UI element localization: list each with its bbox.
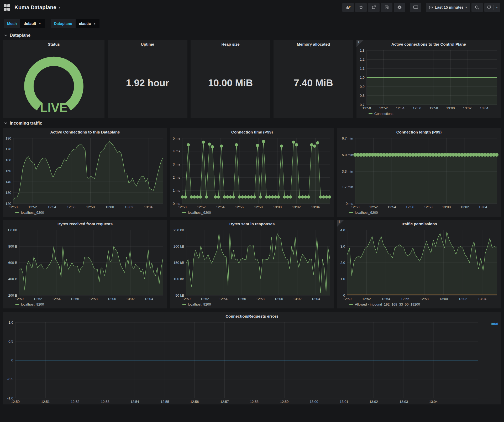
panel-title[interactable]: Connection/Requests errors: [3, 312, 501, 320]
panel-title[interactable]: Connection length (P99): [337, 128, 501, 136]
info-corner-icon[interactable]: i: [356, 40, 364, 47]
settings-button[interactable]: [394, 3, 405, 12]
svg-text:13:02: 13:02: [126, 297, 135, 301]
panel-title[interactable]: Active connections to the Control Plane: [356, 40, 501, 48]
svg-text:12:56: 12:56: [238, 297, 246, 301]
svg-text:13:00: 13:00: [108, 297, 116, 301]
svg-text:1.3: 1.3: [360, 49, 365, 52]
panel-cp-connections: i Active connections to the Control Plan…: [356, 40, 501, 118]
panel-connection-time: Connection time (P99) 5 ms4 ms3 ms2 ms1 …: [170, 128, 334, 217]
panel-title[interactable]: Uptime: [108, 40, 187, 48]
cp-connections-chart[interactable]: 1.31.21.11.00.90.80.712:5012:5212:5412:5…: [356, 48, 501, 111]
svg-text:12:52: 12:52: [201, 297, 209, 301]
svg-text:12:55: 12:55: [161, 400, 169, 404]
svg-text:12:56: 12:56: [190, 400, 199, 404]
row-header-incoming-traffic[interactable]: Incoming traffic: [0, 118, 504, 128]
bytes-sent-chart[interactable]: 250 kB200 kB150 kB100 kB50 kB12:5012:521…: [170, 228, 334, 302]
svg-text:1.0: 1.0: [8, 320, 13, 324]
dashboard-title[interactable]: Kuma Dataplane: [14, 4, 56, 10]
svg-text:13:00: 13:00: [275, 297, 283, 301]
title-caret-icon[interactable]: ▾: [59, 6, 61, 9]
bytes-received-chart[interactable]: 1.0 kB800 B600 B400 B200 B12:5012:5212:5…: [3, 228, 167, 302]
panel-title[interactable]: Traffic permissions: [337, 220, 501, 228]
svg-text:12:52: 12:52: [28, 205, 37, 209]
svg-text:12:56: 12:56: [401, 297, 410, 301]
uptime-value: 1.92 hour: [126, 78, 169, 89]
svg-text:12:54: 12:54: [216, 205, 225, 209]
save-button[interactable]: [381, 3, 392, 12]
legend-item[interactable]: localhost_9200: [15, 302, 44, 306]
svg-text:0.5: 0.5: [8, 339, 13, 343]
active-connections-chart[interactable]: 18017016015014013012012:5012:5212:5412:5…: [3, 136, 167, 210]
legend-item[interactable]: Allowed - inbound_192_168_33_50_19200: [349, 302, 420, 306]
star-button[interactable]: [355, 3, 367, 12]
svg-text:12:56: 12:56: [67, 205, 76, 209]
svg-text:12:58: 12:58: [89, 297, 98, 301]
legend-item[interactable]: localhost_9200: [349, 211, 378, 215]
refresh-button[interactable]: ▾: [484, 3, 500, 12]
panel-title[interactable]: Bytes received from requests: [3, 220, 167, 228]
connection-errors-chart[interactable]: 1.00.50-0.5-1.012:5012:5112:5212:5312:54…: [3, 320, 501, 404]
svg-text:13:03: 13:03: [400, 400, 408, 404]
panel-title[interactable]: Heap size: [191, 40, 270, 48]
panel-title[interactable]: Active Connections to this Dataplane: [3, 128, 167, 136]
svg-text:12:54: 12:54: [387, 205, 396, 209]
svg-text:12:50: 12:50: [182, 297, 191, 301]
legend-item[interactable]: localhost_9200: [15, 211, 44, 215]
svg-text:12:58: 12:58: [254, 205, 263, 209]
svg-text:12:58: 12:58: [420, 297, 429, 301]
svg-text:180: 180: [6, 136, 11, 140]
panel-heap-size: Heap size 10.00 MiB: [191, 40, 270, 118]
connection-time-chart[interactable]: 5 ms4 ms3 ms2 ms1 ms0 ms12:5012:5212:541…: [170, 136, 334, 210]
svg-text:13:04: 13:04: [480, 106, 489, 110]
svg-text:12:52: 12:52: [369, 205, 378, 209]
caret-down-icon: ▼: [93, 22, 96, 25]
dataplane-select[interactable]: elastic▼: [76, 19, 99, 28]
connection-length-chart[interactable]: 6.7 min5.0 min3.3 min1.7 min0 ms12:5012:…: [337, 136, 501, 210]
monitor-icon: [413, 5, 418, 9]
apps-grid-icon[interactable]: [4, 4, 10, 11]
refresh-icon: [487, 5, 491, 9]
panel-title[interactable]: Memory allocated: [274, 40, 353, 48]
info-corner-icon[interactable]: i: [337, 220, 344, 227]
svg-text:13:04: 13:04: [478, 297, 487, 301]
panel-traffic-permissions: i Traffic permissions 4.03.02.01.0012:50…: [337, 220, 501, 308]
svg-text:160: 160: [6, 158, 11, 162]
chart-legend: localhost_9200: [3, 302, 167, 308]
chart-legend: Connections: [356, 111, 501, 118]
svg-text:12:56: 12:56: [71, 297, 79, 301]
chart-legend: localhost_9200: [337, 210, 501, 217]
svg-text:12:54: 12:54: [48, 205, 56, 209]
panel-title[interactable]: Connection time (P99): [170, 128, 334, 136]
svg-text:12:58: 12:58: [86, 205, 95, 209]
legend-item[interactable]: Connections: [369, 112, 393, 116]
svg-text:12:50: 12:50: [178, 205, 187, 209]
svg-text:12:50: 12:50: [15, 297, 24, 301]
share-button[interactable]: [368, 3, 380, 12]
legend-item[interactable]: localhost_9200: [182, 211, 211, 215]
dataplane-variable: Dataplane elastic▼: [51, 19, 99, 28]
svg-text:400 B: 400 B: [8, 277, 17, 281]
svg-text:12:56: 12:56: [235, 205, 244, 209]
row-header-dataplane[interactable]: Dataplane: [0, 30, 504, 40]
svg-text:12:58: 12:58: [429, 106, 438, 110]
panel-title[interactable]: Bytes sent in responses: [170, 220, 334, 228]
panel-active-connections: Active Connections to this Dataplane 180…: [3, 128, 167, 217]
tv-mode-button[interactable]: [410, 3, 421, 12]
svg-text:1 ms: 1 ms: [173, 189, 180, 193]
navbar: Kuma Dataplane ▾: [0, 0, 504, 15]
traffic-permissions-chart[interactable]: 4.03.02.01.0012:5012:5212:5412:5612:5813…: [337, 228, 501, 302]
panel-title[interactable]: Status: [3, 40, 104, 48]
zoom-out-button[interactable]: [471, 3, 483, 12]
svg-text:1.0: 1.0: [360, 76, 365, 79]
add-panel-button[interactable]: [342, 3, 354, 12]
svg-text:12:52: 12:52: [71, 400, 80, 404]
legend-item[interactable]: localhost_9200: [182, 302, 211, 306]
time-range-picker[interactable]: Last 15 minutes ▾: [426, 3, 470, 12]
svg-text:200 kB: 200 kB: [174, 244, 184, 248]
mesh-select[interactable]: default▼: [20, 19, 45, 28]
memory-value: 7.40 MiB: [294, 78, 333, 89]
svg-text:13:04: 13:04: [311, 205, 320, 209]
refresh-caret-icon[interactable]: ▾: [496, 6, 498, 9]
share-icon: [372, 5, 376, 9]
